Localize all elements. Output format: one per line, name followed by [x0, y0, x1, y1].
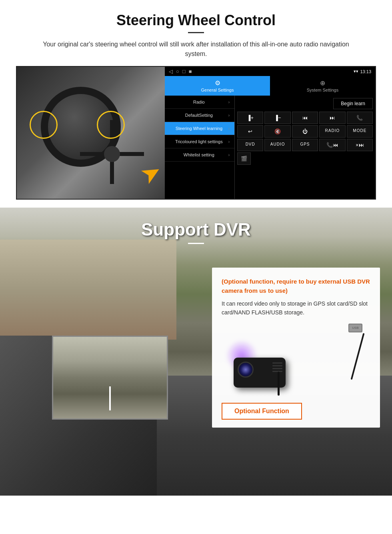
menu-item-whitelist[interactable]: Whitelist setting › [165, 148, 234, 162]
call-prev-btn[interactable]: 📞⏮ [319, 139, 345, 151]
camera-cable [278, 372, 280, 396]
android-statusbar: ◁ ○ □ ■ ▾▾ 13:13 [165, 67, 375, 76]
subtitle-text: Your original car's steering wheel contr… [32, 40, 360, 59]
camera-lens [238, 362, 254, 378]
android-content: Radio › DefaultSetting › Steering Wheel … [165, 96, 375, 199]
back-icon[interactable]: ◁ [169, 68, 173, 74]
mute-next-btn[interactable]: ×⏭ [347, 139, 373, 151]
time-display: 13:13 [360, 69, 371, 74]
radio-btn[interactable]: RADIO [319, 125, 345, 138]
dvr-title: Support DVR [0, 220, 392, 240]
control-row-1: ▐+ ▐− ⏮ ⏭ 📞 [237, 112, 373, 124]
next-track-btn[interactable]: ⏭ [319, 112, 345, 124]
tab-system-settings[interactable]: ⊕ System Settings [270, 76, 375, 96]
steering-wheel-image: ➤ [17, 67, 165, 199]
menu-radio-label: Radio [170, 100, 228, 104]
mute-btn[interactable]: 🔇 [264, 125, 290, 138]
media-btn[interactable]: 🎬 [237, 152, 251, 165]
android-panel: ◁ ○ □ ■ ▾▾ 13:13 ⚙ General Settings ⊕ [165, 67, 375, 199]
vol-down-btn[interactable]: ▐− [264, 112, 290, 124]
prev-track-btn[interactable]: ⏮ [292, 112, 318, 124]
dvr-title-divider [188, 243, 204, 244]
control-row-4: 🎬 [237, 152, 373, 165]
audio-btn[interactable]: AUDIO [264, 139, 290, 151]
thumb-inner [53, 337, 167, 418]
menu-whitelist-label: Whitelist setting [170, 152, 228, 157]
title-divider [188, 32, 204, 33]
mode-btn[interactable]: MODE [347, 125, 373, 138]
statusbar-right: ▾▾ 13:13 [354, 69, 371, 74]
menu-steering-label: Steering Wheel learning [170, 126, 228, 131]
tab-general-settings[interactable]: ⚙ General Settings [165, 76, 270, 96]
arrow-icon: ➤ [135, 156, 165, 190]
menu-item-steering[interactable]: Steering Wheel learning › [165, 122, 234, 135]
vol-up-btn[interactable]: ▐+ [237, 112, 263, 124]
dvr-thumbnail-image [52, 336, 168, 420]
usb-plug-icon: USB [348, 324, 362, 332]
menu-default-label: DefaultSetting [170, 113, 228, 118]
highlight-circle-left [30, 111, 58, 139]
optional-function-button[interactable]: Optional Function [222, 403, 302, 420]
control-row-2: ↩ 🔇 ⏻ RADIO MODE [237, 125, 373, 138]
dvr-info-box: (Optional function, require to buy exter… [212, 268, 380, 428]
wheel-center [104, 146, 120, 162]
gps-btn[interactable]: GPS [292, 139, 318, 151]
dvd-btn[interactable]: DVD [237, 139, 263, 151]
android-mockup: ➤ ◁ ○ □ ■ ▾▾ 13:13 ⚙ Ge [16, 66, 376, 200]
signal-icon: ▾▾ [354, 69, 358, 74]
gear-icon: ⚙ [215, 79, 220, 87]
chevron-icon: › [228, 100, 230, 104]
menu-tricolour-label: Tricoloured light settings [170, 139, 228, 144]
page-title: Steering Wheel Control [16, 12, 376, 29]
dvr-buildings [0, 240, 176, 340]
android-tabs: ⚙ General Settings ⊕ System Settings [165, 76, 375, 96]
screenshot-icon[interactable]: ■ [189, 68, 192, 74]
call-btn[interactable]: 📞 [347, 112, 373, 124]
tab-general-label: General Settings [201, 88, 234, 92]
chevron-icon-4: › [228, 140, 230, 144]
statusbar-nav-icons: ◁ ○ □ ■ [169, 68, 192, 74]
menu-item-radio[interactable]: Radio › [165, 96, 234, 109]
power-btn[interactable]: ⏻ [292, 125, 318, 138]
begin-learn-row: Begin learn [237, 98, 373, 109]
system-icon: ⊕ [320, 79, 325, 87]
dvr-section: Support DVR (Optional function, require … [0, 208, 392, 496]
control-row-3: DVD AUDIO GPS 📞⏮ ×⏭ [237, 139, 373, 151]
road-line [109, 386, 111, 410]
begin-learn-button[interactable]: Begin learn [333, 98, 373, 109]
menu-item-default[interactable]: DefaultSetting › [165, 109, 234, 122]
home-icon[interactable]: ○ [176, 68, 179, 74]
camera-vents [272, 362, 282, 372]
tab-system-label: System Settings [307, 88, 338, 92]
dvr-desc-text: It can record video only to storage in G… [222, 299, 370, 317]
recent-icon[interactable]: □ [182, 68, 186, 74]
chevron-icon-3: › [228, 126, 230, 131]
steering-wheel-section: Steering Wheel Control Your original car… [0, 0, 392, 200]
menu-item-tricolour[interactable]: Tricoloured light settings › [165, 135, 234, 148]
dvr-title-area: Support DVR [0, 220, 392, 244]
settings-menu: Radio › DefaultSetting › Steering Wheel … [165, 96, 235, 199]
dvr-optional-text: (Optional function, require to buy exter… [222, 277, 370, 295]
camera-illustration: USB [222, 324, 370, 396]
controls-panel: Begin learn ▐+ ▐− ⏮ ⏭ 📞 ↩ 🔇 ⏻ [235, 96, 375, 199]
highlight-circle-right [97, 111, 125, 139]
chevron-icon-2: › [228, 113, 230, 118]
chevron-icon-5: › [228, 153, 230, 157]
cable-loop [351, 333, 365, 380]
back-call-btn[interactable]: ↩ [237, 125, 263, 138]
